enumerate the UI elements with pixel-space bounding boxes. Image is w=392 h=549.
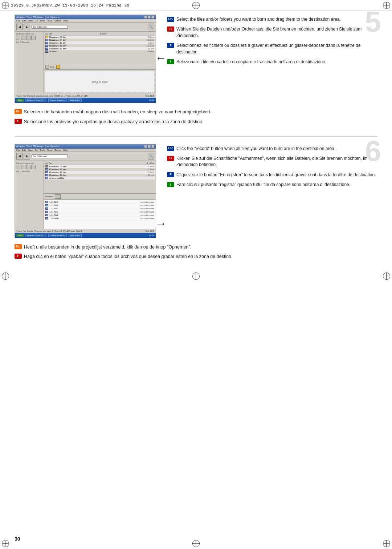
text-uk-6: Click the "record" button when all files… (176, 146, 335, 152)
menu-go-6[interactable]: Go (35, 149, 38, 151)
start-button-5[interactable]: Start (16, 99, 24, 102)
full-width-e-6: E Haga clic en el botón "grabar" cuando … (15, 253, 377, 260)
menu-file[interactable]: File (16, 20, 20, 22)
section-5: Adaptec Toast Titanium - (not til) alone… (15, 15, 377, 125)
taskitem-3-6[interactable]: Task In Int (68, 234, 81, 237)
sidebar-icon-1[interactable] (16, 36, 20, 40)
text-i-6: Fare clic sul pulsante "registra" quando… (176, 182, 350, 188)
menu-toast-6[interactable]: Toast (47, 149, 52, 151)
s6-file-name-2: Document 11 dev (49, 168, 66, 170)
s6-file-name-4: Document 11 dev (49, 174, 66, 176)
page-number: 30 (15, 536, 20, 542)
taskitem-2-6[interactable]: Sorner Fastrom (48, 234, 67, 237)
file-name-4: Document 11 dev (49, 45, 66, 47)
menu-tools-6[interactable]: Tools (40, 149, 45, 151)
menu-go[interactable]: Go (35, 20, 38, 22)
back-button[interactable]: ◀ (16, 24, 23, 30)
mock-titlebar-5: Adaptec Toast Titanium - (not til) alone… (15, 15, 156, 19)
file-icon-2 (45, 39, 48, 41)
forward-button-6[interactable]: ▶ (24, 153, 30, 160)
taskitem-1-6[interactable]: Adaptec Toast Tit... (25, 234, 47, 237)
mock-maximize-6[interactable]: □ (148, 145, 151, 148)
menu-edit[interactable]: Edit (22, 20, 26, 22)
full-width-nl-6: NL Heeft u alle bestanden in de projectl… (15, 244, 377, 251)
file-icon-3 (45, 42, 48, 44)
mock-statusbar-6: Travel flair Hotels (5 tested test spec … (15, 229, 156, 233)
sidebar-icon-6-4[interactable] (31, 165, 36, 169)
file-row-5: Document 11 dev 11. ext (45, 47, 155, 50)
file-icon-6 (45, 51, 48, 53)
taskitem-3-5[interactable]: Task In Int (68, 98, 81, 102)
text-d-6: Klicken Sie auf die Schaltfläche "Aufneh… (176, 156, 377, 168)
forward-button[interactable]: ▶ (24, 24, 30, 30)
sidebar-icon-6-1[interactable] (16, 165, 20, 169)
menu-sorner-6[interactable]: Sorner (54, 149, 61, 151)
lang-block-uk-6: UK Click the "record" button when all fi… (167, 146, 377, 152)
mock-close-5[interactable]: × (151, 16, 154, 19)
address-bar-5[interactable]: Ber D Dunsien (32, 25, 68, 29)
sidebar-icon-6-3[interactable] (26, 165, 30, 169)
lang-block-i-6: I Fare clic sul pulsante "registra" quan… (167, 182, 377, 188)
mock-minimize-6[interactable]: _ (144, 145, 147, 148)
menu-tools[interactable]: Tools (40, 20, 45, 22)
badge-f-5: F (167, 43, 174, 48)
sidebar-icon-2[interactable] (21, 36, 25, 40)
address-bar-6[interactable]: Ber D Dunsien (32, 154, 68, 158)
sidebar-icon-6-2[interactable] (21, 165, 25, 169)
header-bar: 39329.0_JR32RWDV_ZW 13-03-2003 16:24 Pag… (0, 0, 392, 11)
dest-icon-2 (45, 204, 48, 206)
sidebar-icon-3[interactable] (26, 36, 30, 40)
menu-edit-6[interactable]: Edit (22, 149, 26, 151)
s6-file-name-3: Document 11 dev (49, 171, 66, 173)
sidebar-icon-4[interactable] (31, 36, 36, 40)
crosshair-mid-left (2, 273, 9, 280)
search-button-5[interactable]: 🔍 (148, 24, 154, 30)
text-uk-5: Select the files and/or folders you want… (176, 16, 341, 23)
file-row-2: Document 04 dev 11.3 ext (45, 39, 155, 41)
menu-view[interactable]: View (28, 20, 33, 22)
dest-size-1: nonfadismount (140, 201, 154, 203)
menu-toast[interactable]: Toast (47, 20, 52, 22)
menu-file-6[interactable]: File (16, 149, 20, 151)
file-size-1: 1.2 ext (148, 36, 154, 38)
file-icon-4 (45, 45, 48, 47)
mock-close-6[interactable]: × (151, 145, 154, 148)
mock-title-6: Adaptec Toast Titanium - (not til) alone (16, 145, 60, 148)
text-d-5: Wählen Sie die Dateien und/oder Ordner a… (176, 26, 377, 39)
s6-file-row-3: Document 11 dev 11.3 ext (45, 171, 155, 174)
badge-e-6: E (15, 254, 22, 259)
menu-help-6[interactable]: Help (63, 149, 68, 151)
section-6: Adaptec Toast Titanium - (not til) alone… (15, 144, 377, 261)
dest-size-4: nonfadismount (140, 211, 154, 213)
text-f-5: Sélectionnez les fichiers ou dossiers à … (176, 43, 377, 55)
crosshair-bottom-right (383, 540, 390, 547)
search-button-6[interactable]: 🔍 (148, 153, 154, 160)
screenshot-step5: Adaptec Toast Titanium - (not til) alone… (15, 15, 156, 103)
section-divider (15, 136, 377, 137)
menu-view-6[interactable]: View (28, 149, 33, 151)
mock-minimize-5[interactable]: _ (144, 16, 147, 19)
mock-maximize-5[interactable]: □ (148, 16, 151, 19)
menu-sorner[interactable]: Sorner (54, 20, 61, 22)
dest-row-3: 11.1 NkE nonfadismount (45, 207, 155, 210)
folder-icon-1 (45, 36, 48, 38)
dest-row-4: 11.1 NkE nonfadismount (45, 210, 155, 214)
dest-icon-3 (45, 207, 48, 210)
back-button-6[interactable]: ◀ (16, 153, 23, 160)
record-btn-icon-6[interactable] (55, 194, 61, 199)
text-f-6: Cliquez sur le bouton "Enregistrer" lors… (176, 172, 376, 178)
badge-d-6: D (167, 156, 174, 161)
mock-source-pane-5: suil l'art 1 milker Document 08 dev 1.2 … (44, 32, 156, 64)
menu-help[interactable]: Help (63, 20, 68, 22)
drag-to-here-label: Drag to here (92, 80, 108, 84)
mock-pane-header-5: suil l'art 1 milker (45, 32, 155, 36)
lang-block-f-6: F Cliquez sur le bouton "Enregistrer" lo… (167, 172, 377, 178)
crosshair-bottom-left (2, 540, 9, 547)
mock-titlebar-6: Adaptec Toast Titanium - (not til) alone… (15, 144, 156, 149)
col-size: 1 milker (100, 33, 107, 35)
dest-icon-1 (45, 201, 48, 203)
start-button-6[interactable]: Start (16, 234, 24, 237)
taskitem-2-5[interactable]: Sorner Fastrom (48, 98, 67, 102)
badge-i-6: I (167, 182, 174, 187)
taskitem-1-5[interactable]: Adaptec Toast Tit... (25, 98, 47, 102)
